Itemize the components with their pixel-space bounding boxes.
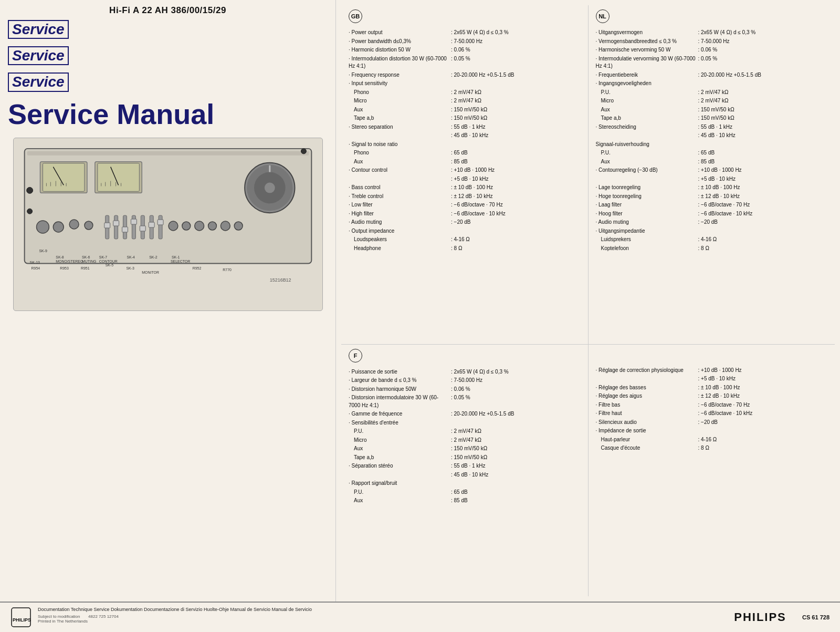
spec-label: Micro (349, 437, 451, 444)
spec-row: · Réglage de correction physiologique: +… (596, 367, 828, 375)
gb-specs-container: · Power output: 2x65 W (4 Ω) d ≤ 0,3 %· … (349, 29, 581, 252)
spec-row: · Low filter: −6 dB/octave · 70 Hz (349, 201, 581, 209)
spec-label: · Distorsion harmonique 50W (349, 386, 451, 393)
svg-text:SK-6: SK-6 (82, 255, 90, 258)
svg-text:SK-8: SK-8 (56, 255, 64, 258)
spec-value: : 4-16 Ω (451, 236, 581, 244)
spec-row: Loudspeakers: 4-16 Ω (349, 236, 581, 244)
spec-label: · Low filter (349, 201, 451, 209)
svg-text:SK-4: SK-4 (127, 255, 135, 258)
svg-text:MUTING: MUTING (82, 259, 96, 263)
spec-row: Aux: 150 mV/50 kΩ (349, 445, 581, 453)
spec-row: · Réglage des basses: ± 10 dB · 100 Hz (596, 384, 828, 392)
spec-label: Tape a,b (349, 115, 451, 122)
spec-label: Luidsprekers (596, 236, 698, 244)
spec-row: · Réglage des aigus: ± 12 dB · 10 kHz (596, 392, 828, 400)
spec-label: P.U. (349, 489, 451, 496)
svg-point-49 (301, 148, 306, 153)
footer-part-number: 4822 725 12704 (88, 614, 119, 619)
philips-brand: PHILIPS (718, 610, 802, 624)
spec-value: : −6 dB/octave · 70 Hz (698, 201, 828, 209)
spec-value: : 4-16 Ω (698, 436, 828, 444)
spec-row: · Rapport signal/bruit (349, 480, 581, 488)
spec-row: · Input sensitivity (349, 80, 581, 88)
svg-point-47 (26, 187, 33, 193)
svg-point-44 (208, 222, 216, 230)
spec-row: · Vermogensbandbreedted ≤ 0,3 %: 7-50.00… (596, 38, 828, 46)
spec-row: · Contour control: +10 dB · 1000 Hz (349, 167, 581, 174)
spec-value: : 65 dB (451, 149, 581, 157)
spec-value: : 8 Ω (698, 444, 828, 452)
spec-value: : 2 mV/47 kΩ (698, 89, 828, 97)
svg-point-21 (264, 182, 275, 193)
svg-point-46 (234, 222, 243, 230)
footer-subject: Subject to modification (38, 614, 80, 619)
nl-specs-container: · Uitgangsvermogen: 2x65 W (4 Ω) d ≤ 0,3… (596, 29, 828, 252)
spec-label: Aux (596, 158, 698, 166)
svg-point-24 (53, 222, 64, 232)
spec-value: : ± 10 dB · 100 Hz (698, 184, 828, 192)
spec-row: · Harmonische vervorming 50 W: 0.06 % (596, 46, 828, 54)
spec-label: · Vermogensbandbreedted ≤ 0,3 % (596, 38, 698, 46)
spec-row: · Filtre haut: −6 dB/octave · 10 kHz (596, 410, 828, 418)
spec-value (451, 480, 581, 488)
spec-label: · Harmonic distortion 50 W (349, 46, 451, 54)
spec-row: · Intermodulation distortion 30 W (60-70… (349, 55, 581, 70)
spec-row: · Silencieux audio: −20 dB (596, 419, 828, 427)
spec-row: · High filter: −6 dB/octave · 10 kHz (349, 210, 581, 218)
spec-row: Aux: 85 dB (349, 158, 581, 166)
spec-label: · Réglage des aigus (596, 392, 698, 400)
spec-row: Micro: 2 mV/47 kΩ (349, 437, 581, 444)
spec-value: : 20-20.000 Hz +0.5-1.5 dB (451, 71, 581, 79)
spec-value: : −6 dB/octave · 10 kHz (698, 210, 828, 218)
svg-rect-29 (114, 215, 118, 239)
svg-point-48 (27, 209, 32, 214)
spec-label: · Intermodulation distortion 30 W (60-70… (349, 55, 451, 70)
spec-value (451, 227, 581, 235)
spec-row: P.U.: 2 mV/47 kΩ (596, 89, 828, 97)
spec-label: Loudspeakers (349, 236, 451, 244)
svg-text:SK-13: SK-13 (29, 260, 39, 264)
spec-label: Micro (349, 97, 451, 105)
spec-label: · Séparation stéréo (349, 462, 451, 470)
spec-value: : 7-50.000 Hz (451, 377, 581, 385)
spec-row: Aux: 85 dB (596, 158, 828, 166)
spec-value: : ± 12 dB · 10 kHz (451, 193, 581, 201)
spec-label (349, 132, 451, 140)
svg-rect-3 (43, 163, 85, 191)
spec-label: · Silencieux audio (596, 419, 698, 427)
spec-label: · Treble control (349, 193, 451, 201)
spec-label (596, 375, 698, 383)
spec-value: : 45 dB · 10 kHz (451, 471, 581, 479)
svg-point-26 (84, 221, 92, 230)
spec-value: : +5 dB · 10 kHz (698, 375, 828, 383)
spec-row: P.U.: 65 dB (596, 149, 828, 157)
spec-value: : 85 dB (698, 158, 828, 166)
device-illustration: SK-9 SK-13 SK-8 MONO/STEREO SK-6 MUTING … (13, 138, 323, 312)
spec-row: · Hoog filter: −6 dB/octave · 10 kHz (596, 210, 828, 218)
spec-value: : −6 dB/octave · 10 kHz (698, 410, 828, 418)
spec-label: · Contour control (349, 167, 451, 174)
spec-label: Aux (349, 497, 451, 505)
svg-text:SK-9: SK-9 (39, 248, 47, 252)
spec-value: : 45 dB · 10 kHz (698, 132, 828, 140)
spec-label: · Hoge toonregeling (596, 193, 698, 201)
spec-value: : ± 10 dB · 100 Hz (451, 184, 581, 192)
spec-row: P.U.: 65 dB (349, 489, 581, 496)
svg-text:R953: R953 (60, 266, 69, 270)
svg-point-43 (194, 221, 204, 231)
svg-text:MONITOR: MONITOR (142, 271, 159, 274)
spec-label: · Distorsion intermodulatoire 30 W (60-7… (349, 394, 451, 409)
spec-value: : 150 mV/50 kΩ (451, 445, 581, 453)
spec-row: · Audio muting: −20 dB (349, 219, 581, 226)
spec-row: · Lage toonregeling: ± 10 dB · 100 Hz (596, 184, 828, 192)
svg-rect-39 (159, 215, 162, 239)
spec-value: : 2 mV/47 kΩ (451, 437, 581, 444)
spec-label: · Signal to noise ratio (349, 141, 451, 149)
svg-text:MONO/STEREO: MONO/STEREO (56, 259, 83, 263)
spec-row: Haut-parleur: 4-16 Ω (596, 436, 828, 444)
svg-text:15216B12: 15216B12 (269, 277, 291, 283)
spec-row: Aux: 85 dB (349, 497, 581, 505)
spec-label: · Stereo separation (349, 123, 451, 131)
svg-text:SK-2: SK-2 (149, 255, 158, 258)
